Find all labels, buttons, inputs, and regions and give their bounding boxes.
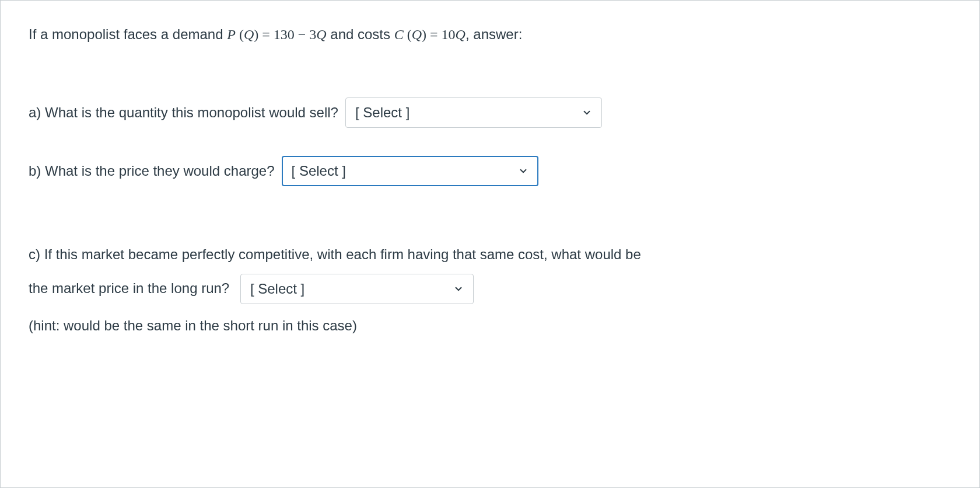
question-b-label: b) What is the price they would charge? bbox=[29, 161, 275, 182]
demand-tail-q: Q bbox=[316, 27, 326, 42]
question-c-hint: (hint: would be the same in the short ru… bbox=[29, 315, 951, 336]
question-b-select[interactable]: [ Select ] bbox=[282, 156, 538, 186]
chevron-down-icon bbox=[453, 284, 464, 294]
open-paren: ( bbox=[236, 27, 244, 42]
chevron-down-icon bbox=[518, 166, 528, 176]
select-placeholder: [ Select ] bbox=[355, 102, 410, 123]
select-placeholder: [ Select ] bbox=[250, 272, 304, 306]
spacer bbox=[29, 214, 951, 238]
cost-function-c: C bbox=[394, 27, 404, 42]
intro-text-prefix: If a monopolist faces a demand bbox=[29, 26, 227, 42]
question-b-row: b) What is the price they would charge? … bbox=[29, 156, 951, 186]
open-paren-2: ( bbox=[404, 27, 412, 42]
question-c-text: c) If this market became perfectly compe… bbox=[29, 238, 951, 305]
intro-text-suffix: , answer: bbox=[466, 26, 522, 42]
question-c-select[interactable]: [ Select ] bbox=[240, 274, 474, 304]
question-c-block: c) If this market became perfectly compe… bbox=[29, 238, 951, 336]
chevron-down-icon bbox=[582, 107, 592, 118]
demand-function-p: P bbox=[227, 27, 236, 42]
intro-text-mid: and costs bbox=[327, 26, 394, 42]
cost-function-q: Q bbox=[412, 27, 422, 42]
close-paren-2: ) bbox=[422, 27, 426, 42]
question-intro: If a monopolist faces a demand P (Q) = 1… bbox=[29, 24, 951, 45]
demand-function-q: Q bbox=[244, 27, 254, 42]
demand-equals: = 130 − 3 bbox=[258, 27, 316, 42]
question-a-select[interactable]: [ Select ] bbox=[345, 97, 602, 128]
question-c-label-part1: c) If this market became perfectly compe… bbox=[29, 246, 641, 262]
question-a-label: a) What is the quantity this monopolist … bbox=[29, 102, 338, 123]
question-container: If a monopolist faces a demand P (Q) = 1… bbox=[0, 0, 980, 488]
cost-tail-q: Q bbox=[456, 27, 466, 42]
question-a-row: a) What is the quantity this monopolist … bbox=[29, 97, 951, 128]
question-c-label-part2: the market price in the long run? bbox=[29, 280, 229, 296]
cost-equals: = 10 bbox=[426, 27, 456, 42]
select-placeholder: [ Select ] bbox=[292, 161, 346, 182]
